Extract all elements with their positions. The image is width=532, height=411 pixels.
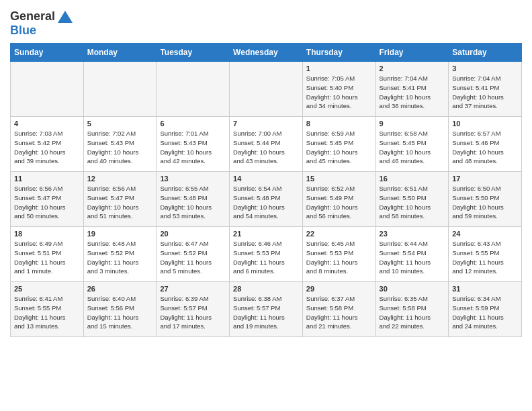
calendar-week-row: 11Sunrise: 6:56 AM Sunset: 5:47 PM Dayli… <box>11 172 522 227</box>
calendar-cell: 21Sunrise: 6:46 AM Sunset: 5:53 PM Dayli… <box>230 227 303 282</box>
day-info: Sunrise: 6:59 AM Sunset: 5:45 PM Dayligh… <box>306 129 372 166</box>
day-number: 6 <box>160 120 226 128</box>
day-number: 7 <box>233 120 299 128</box>
day-info: Sunrise: 6:48 AM Sunset: 5:52 PM Dayligh… <box>87 239 153 276</box>
day-number: 26 <box>87 285 153 293</box>
weekday-header-saturday: Saturday <box>449 44 522 62</box>
calendar-cell: 11Sunrise: 6:56 AM Sunset: 5:47 PM Dayli… <box>11 172 84 227</box>
day-number: 28 <box>233 285 299 293</box>
calendar-cell: 15Sunrise: 6:52 AM Sunset: 5:49 PM Dayli… <box>302 172 375 227</box>
calendar-week-row: 25Sunrise: 6:41 AM Sunset: 5:55 PM Dayli… <box>11 282 522 337</box>
calendar-cell: 24Sunrise: 6:43 AM Sunset: 5:55 PM Dayli… <box>449 227 522 282</box>
day-info: Sunrise: 6:52 AM Sunset: 5:49 PM Dayligh… <box>306 184 372 221</box>
day-info: Sunrise: 6:51 AM Sunset: 5:50 PM Dayligh… <box>380 184 445 221</box>
day-number: 1 <box>306 64 372 73</box>
day-info: Sunrise: 7:05 AM Sunset: 5:40 PM Dayligh… <box>306 74 372 111</box>
day-info: Sunrise: 7:04 AM Sunset: 5:41 PM Dayligh… <box>380 74 445 111</box>
day-info: Sunrise: 6:39 AM Sunset: 5:57 PM Dayligh… <box>160 294 226 331</box>
logo-general-text: General <box>10 9 55 24</box>
calendar-cell: 6Sunrise: 7:01 AM Sunset: 5:43 PM Daylig… <box>157 117 230 172</box>
calendar-header-row: SundayMondayTuesdayWednesdayThursdayFrid… <box>11 44 522 62</box>
day-info: Sunrise: 6:34 AM Sunset: 5:59 PM Dayligh… <box>452 294 518 331</box>
day-info: Sunrise: 6:49 AM Sunset: 5:51 PM Dayligh… <box>14 239 80 276</box>
calendar-cell <box>83 62 157 117</box>
day-number: 18 <box>14 230 80 238</box>
day-number: 2 <box>380 64 445 73</box>
logo-icon <box>58 11 73 23</box>
day-number: 23 <box>380 230 445 238</box>
calendar-cell: 27Sunrise: 6:39 AM Sunset: 5:57 PM Dayli… <box>157 282 230 337</box>
day-number: 21 <box>233 230 299 238</box>
calendar-cell: 3Sunrise: 7:04 AM Sunset: 5:41 PM Daylig… <box>449 62 522 117</box>
weekday-header-thursday: Thursday <box>302 44 375 62</box>
day-info: Sunrise: 6:35 AM Sunset: 5:58 PM Dayligh… <box>380 294 445 331</box>
day-number: 9 <box>380 120 445 128</box>
calendar-cell: 13Sunrise: 6:55 AM Sunset: 5:48 PM Dayli… <box>157 172 230 227</box>
day-number: 25 <box>14 285 80 293</box>
weekday-header-monday: Monday <box>83 44 157 62</box>
calendar-cell: 28Sunrise: 6:38 AM Sunset: 5:57 PM Dayli… <box>230 282 303 337</box>
day-number: 16 <box>380 175 445 183</box>
calendar-cell: 29Sunrise: 6:37 AM Sunset: 5:58 PM Dayli… <box>302 282 375 337</box>
day-info: Sunrise: 6:40 AM Sunset: 5:56 PM Dayligh… <box>87 294 153 331</box>
calendar-cell: 20Sunrise: 6:47 AM Sunset: 5:52 PM Dayli… <box>157 227 230 282</box>
calendar-cell: 8Sunrise: 6:59 AM Sunset: 5:45 PM Daylig… <box>302 117 375 172</box>
day-number: 11 <box>14 175 80 183</box>
day-info: Sunrise: 6:50 AM Sunset: 5:50 PM Dayligh… <box>452 184 518 221</box>
calendar-cell: 30Sunrise: 6:35 AM Sunset: 5:58 PM Dayli… <box>375 282 449 337</box>
day-info: Sunrise: 7:00 AM Sunset: 5:44 PM Dayligh… <box>233 129 299 166</box>
weekday-header-wednesday: Wednesday <box>230 44 303 62</box>
day-info: Sunrise: 6:45 AM Sunset: 5:53 PM Dayligh… <box>306 239 372 276</box>
calendar-cell: 26Sunrise: 6:40 AM Sunset: 5:56 PM Dayli… <box>83 282 157 337</box>
day-number: 30 <box>380 285 445 293</box>
day-number: 3 <box>452 64 518 73</box>
day-info: Sunrise: 6:41 AM Sunset: 5:55 PM Dayligh… <box>14 294 80 331</box>
day-info: Sunrise: 7:01 AM Sunset: 5:43 PM Dayligh… <box>160 129 226 166</box>
logo-blue-text: Blue <box>10 24 36 38</box>
day-number: 8 <box>306 120 372 128</box>
calendar-cell: 18Sunrise: 6:49 AM Sunset: 5:51 PM Dayli… <box>11 227 84 282</box>
weekday-header-friday: Friday <box>375 44 449 62</box>
calendar-cell <box>230 62 303 117</box>
calendar-cell: 1Sunrise: 7:05 AM Sunset: 5:40 PM Daylig… <box>302 62 375 117</box>
day-number: 20 <box>160 230 226 238</box>
day-number: 27 <box>160 285 226 293</box>
calendar-cell: 23Sunrise: 6:44 AM Sunset: 5:54 PM Dayli… <box>375 227 449 282</box>
day-number: 19 <box>87 230 153 238</box>
svg-marker-0 <box>58 11 73 23</box>
logo: General Blue <box>10 7 73 38</box>
calendar-cell: 10Sunrise: 6:57 AM Sunset: 5:46 PM Dayli… <box>449 117 522 172</box>
calendar-cell: 31Sunrise: 6:34 AM Sunset: 5:59 PM Dayli… <box>449 282 522 337</box>
calendar-cell: 4Sunrise: 7:03 AM Sunset: 5:42 PM Daylig… <box>11 117 84 172</box>
day-info: Sunrise: 6:38 AM Sunset: 5:57 PM Dayligh… <box>233 294 299 331</box>
day-number: 10 <box>452 120 518 128</box>
calendar-cell: 22Sunrise: 6:45 AM Sunset: 5:53 PM Dayli… <box>302 227 375 282</box>
calendar-week-row: 4Sunrise: 7:03 AM Sunset: 5:42 PM Daylig… <box>11 117 522 172</box>
page-header: General Blue <box>10 7 522 38</box>
day-info: Sunrise: 6:47 AM Sunset: 5:52 PM Dayligh… <box>160 239 226 276</box>
calendar-week-row: 18Sunrise: 6:49 AM Sunset: 5:51 PM Dayli… <box>11 227 522 282</box>
calendar-cell <box>157 62 230 117</box>
day-info: Sunrise: 7:04 AM Sunset: 5:41 PM Dayligh… <box>452 74 518 111</box>
day-info: Sunrise: 6:43 AM Sunset: 5:55 PM Dayligh… <box>452 239 518 276</box>
weekday-header-tuesday: Tuesday <box>157 44 230 62</box>
calendar-cell: 5Sunrise: 7:02 AM Sunset: 5:43 PM Daylig… <box>83 117 157 172</box>
day-info: Sunrise: 6:44 AM Sunset: 5:54 PM Dayligh… <box>380 239 445 276</box>
day-info: Sunrise: 6:46 AM Sunset: 5:53 PM Dayligh… <box>233 239 299 276</box>
day-info: Sunrise: 7:03 AM Sunset: 5:42 PM Dayligh… <box>14 129 80 166</box>
day-info: Sunrise: 6:56 AM Sunset: 5:47 PM Dayligh… <box>14 184 80 221</box>
day-info: Sunrise: 6:57 AM Sunset: 5:46 PM Dayligh… <box>452 129 518 166</box>
calendar-cell: 9Sunrise: 6:58 AM Sunset: 5:45 PM Daylig… <box>375 117 449 172</box>
weekday-header-sunday: Sunday <box>11 44 84 62</box>
calendar-cell: 17Sunrise: 6:50 AM Sunset: 5:50 PM Dayli… <box>449 172 522 227</box>
day-info: Sunrise: 7:02 AM Sunset: 5:43 PM Dayligh… <box>87 129 153 166</box>
calendar-cell: 12Sunrise: 6:56 AM Sunset: 5:47 PM Dayli… <box>83 172 157 227</box>
calendar-cell: 2Sunrise: 7:04 AM Sunset: 5:41 PM Daylig… <box>375 62 449 117</box>
calendar-cell: 7Sunrise: 7:00 AM Sunset: 5:44 PM Daylig… <box>230 117 303 172</box>
calendar-cell: 16Sunrise: 6:51 AM Sunset: 5:50 PM Dayli… <box>375 172 449 227</box>
day-info: Sunrise: 6:58 AM Sunset: 5:45 PM Dayligh… <box>380 129 445 166</box>
calendar-week-row: 1Sunrise: 7:05 AM Sunset: 5:40 PM Daylig… <box>11 62 522 117</box>
calendar-cell: 19Sunrise: 6:48 AM Sunset: 5:52 PM Dayli… <box>83 227 157 282</box>
day-number: 13 <box>160 175 226 183</box>
day-info: Sunrise: 6:56 AM Sunset: 5:47 PM Dayligh… <box>87 184 153 221</box>
